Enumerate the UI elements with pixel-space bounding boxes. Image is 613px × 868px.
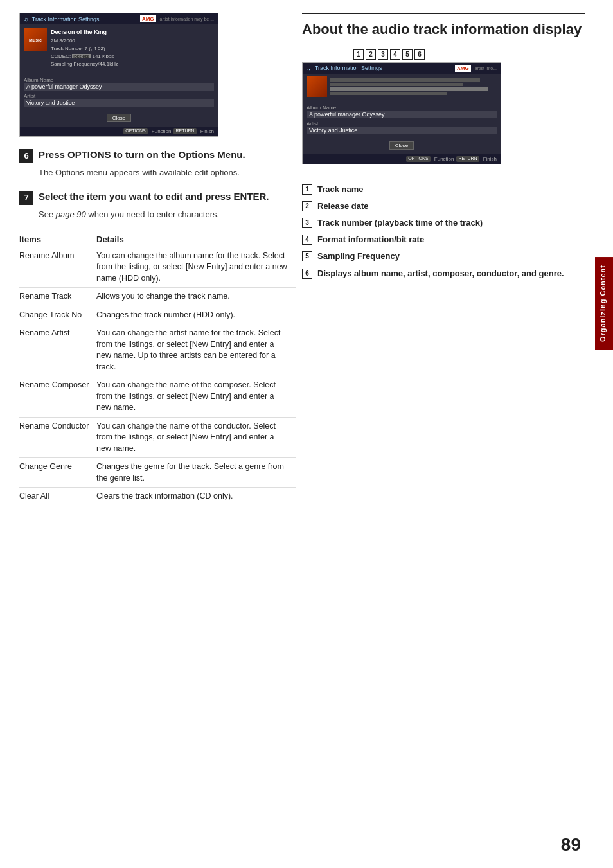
feature-num-badge: 2 <box>302 201 312 211</box>
feature-label: Release date <box>317 201 369 211</box>
feature-num-badge: 1 <box>302 184 312 195</box>
step-7-title: Select the item you want to edit and pre… <box>39 190 269 203</box>
table-cell-detail: You can change the artist name for the t… <box>96 324 296 376</box>
step-7-num: 7 <box>19 191 33 205</box>
feature-list: 1Track name2Release date3Track number (p… <box>302 184 585 279</box>
right-artist-label: Artist <box>306 121 497 127</box>
screenshot-header-title: Track Information Settings <box>32 16 100 22</box>
table-cell-detail: You can change the name of the composer.… <box>96 376 296 418</box>
sidebar-tab: Organizing Content <box>595 257 613 350</box>
album-name-value: A powerful manager Odyssey <box>24 83 214 91</box>
artist-value: Victory and Justice <box>24 99 214 107</box>
section-title-bar: About the audio track information displa… <box>302 13 585 39</box>
music-note-icon: ♫ <box>24 16 28 22</box>
album-name-label: Album Name <box>24 77 214 83</box>
right-album-value: A powerful manager Odyssey <box>306 111 497 118</box>
track-info: Decision of the King 2M 3/2000 Track Num… <box>51 28 118 68</box>
table-row: Rename TrackAllows you to change the tra… <box>19 288 296 306</box>
right-track-bars <box>303 74 501 100</box>
table-cell-detail: Clears the track information (CD only). <box>96 488 296 506</box>
track-info-1: 2M 3/2000 <box>51 37 118 45</box>
right-screenshot-fields: Album Name A powerful manager Odyssey Ar… <box>303 100 501 137</box>
screenshot-header: ♫ Track Information Settings AMG artist … <box>20 13 218 24</box>
table-cell-item: Change Genre <box>19 458 96 488</box>
table-cell-detail: You can change the name of the conductor… <box>96 417 296 458</box>
right-amg-logo: AMG <box>455 65 471 72</box>
track-info-2: Track Number 7 (, 4 02) <box>51 45 118 53</box>
table-cell-detail: You can change the album name for the tr… <box>96 247 296 288</box>
table-cell-item: Rename Composer <box>19 376 96 418</box>
left-column: ♫ Track Information Settings AMG artist … <box>19 13 296 506</box>
feature-label: Track name <box>317 184 364 194</box>
table-cell-detail: Changes the genre for the track. Select … <box>96 458 296 488</box>
feature-text: Sampling Frequency <box>317 251 585 262</box>
right-header-title: Track Information Settings <box>315 65 382 71</box>
right-screenshot-header: ♫ Track Information Settings AMG artist … <box>303 63 501 74</box>
feature-label: Displays album name, artist, composer, c… <box>317 269 564 278</box>
track-info-4: Sampling Frequency/44.1kHz <box>51 60 118 68</box>
right-screenshot: ♫ Track Information Settings AMG artist … <box>302 62 501 164</box>
table-cell-item: Rename Conductor <box>19 417 96 458</box>
table-cell-item: Clear All <box>19 488 96 506</box>
finish-text: Finish <box>200 128 214 134</box>
table-cell-item: Rename Artist <box>19 324 96 376</box>
table-row: Rename ArtistYou can change the artist n… <box>19 324 296 376</box>
right-amg-sub: artist info... <box>475 66 497 71</box>
feature-text: Track number (playback time of the track… <box>317 217 585 229</box>
table-cell-item: Rename Album <box>19 247 96 288</box>
right-screenshot-container: 1 2 3 4 5 6 ♫ Track Information Settings… <box>302 49 585 164</box>
right-music-note-icon: ♫ <box>306 65 311 71</box>
feature-label: Track number (playback time of the track… <box>317 218 483 227</box>
right-screenshot-footer: OPTIONS Function RETURN Finish <box>303 154 501 164</box>
album-art-label: Music <box>29 38 42 42</box>
table-row: Rename ConductorYou can change the name … <box>19 417 296 458</box>
feature-label: Sampling Frequency <box>317 251 400 261</box>
step-7: 7 Select the item you want to edit and p… <box>19 190 296 220</box>
right-close-button[interactable]: Close <box>389 141 414 150</box>
callout-1: 1 <box>353 49 364 60</box>
table-cell-item: Change Track No <box>19 306 96 324</box>
feature-item: 5Sampling Frequency <box>302 251 585 262</box>
page-ref-italic: page 90 <box>56 209 86 219</box>
codec-highlight: lossless <box>72 54 91 58</box>
table-cell-detail: Allows you to change the track name. <box>96 288 296 306</box>
close-button[interactable]: Close <box>107 114 131 122</box>
close-row: Close <box>20 109 218 127</box>
feature-item: 2Release date <box>302 200 585 212</box>
feature-text: Format information/bit rate <box>317 234 585 245</box>
feature-text: Release date <box>317 200 585 212</box>
track-info-3: CODEC: lossless 141 Kbps <box>51 53 118 60</box>
table-cell-detail: Changes the track number (HDD only). <box>96 306 296 324</box>
table-row: Clear AllClears the track information (C… <box>19 488 296 506</box>
callout-4: 4 <box>390 49 400 60</box>
feature-item: 3Track number (playback time of the trac… <box>302 217 585 229</box>
feature-item: 1Track name <box>302 184 585 195</box>
screenshot-footer: OPTIONS Function RETURN Finish <box>20 127 218 136</box>
feature-num-badge: 3 <box>302 218 312 228</box>
amg-subtitle: artist information may be ... <box>160 17 214 21</box>
page-number: 89 <box>561 835 581 855</box>
callout-6: 6 <box>414 49 425 60</box>
table-cell-item: Rename Track <box>19 288 96 306</box>
feature-item: 4Format information/bit rate <box>302 234 585 245</box>
table-row: Change Track NoChanges the track number … <box>19 306 296 324</box>
step-7-header: 7 Select the item you want to edit and p… <box>19 190 296 205</box>
screenshot-fields: Album Name A powerful manager Odyssey Ar… <box>20 72 218 109</box>
callout-2: 2 <box>366 49 376 60</box>
feature-label: Format information/bit rate <box>317 235 424 244</box>
step-6-header: 6 Press OPTIONS to turn on the Options M… <box>19 148 296 163</box>
amg-logo: AMG <box>140 15 156 22</box>
table-row: Rename ComposerYou can change the name o… <box>19 376 296 418</box>
right-album-label: Album Name <box>306 105 497 111</box>
step-6-num: 6 <box>19 149 33 163</box>
left-screenshot: ♫ Track Information Settings AMG artist … <box>19 13 218 137</box>
return-btn-label: RETURN <box>173 128 196 134</box>
options-btn-label: OPTIONS <box>123 128 148 134</box>
table-row: Rename AlbumYou can change the album nam… <box>19 247 296 288</box>
table-col-items: Items <box>19 232 96 247</box>
right-column: About the audio track information displa… <box>302 13 585 285</box>
callout-3: 3 <box>378 49 388 60</box>
step-6: 6 Press OPTIONS to turn on the Options M… <box>19 148 296 179</box>
section-title: About the audio track information displa… <box>302 21 585 39</box>
feature-item: 6Displays album name, artist, composer, … <box>302 268 585 279</box>
